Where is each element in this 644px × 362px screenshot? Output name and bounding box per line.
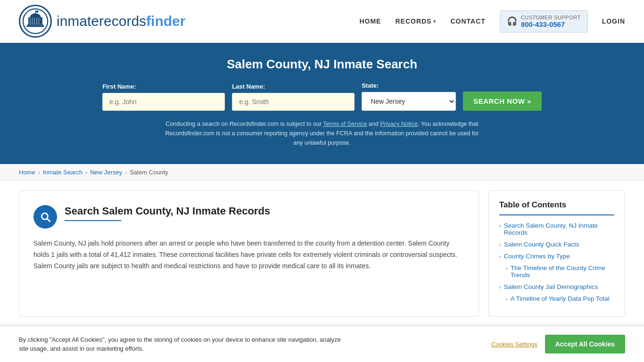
search-form: First Name: Last Name: State: New Jersey… xyxy=(19,82,625,111)
hero-disclaimer: Conducting a search on Recordsfinder.com… xyxy=(162,119,482,148)
search-icon xyxy=(39,211,51,223)
toc-label-5: A Timeline of Yearly Data Pop Total xyxy=(511,295,610,302)
toc-chevron-2: › xyxy=(499,254,501,259)
breadcrumb-sep-2: › xyxy=(85,169,87,176)
toc-chevron-5: › xyxy=(506,296,508,302)
toc-divider xyxy=(499,214,614,215)
nav-login[interactable]: LOGIN xyxy=(602,17,625,25)
privacy-notice-link[interactable]: Privacy Notice xyxy=(380,121,418,127)
toc-item-4[interactable]: › Salem County Jail Demographics xyxy=(499,283,614,290)
toc-chevron-0: › xyxy=(499,223,501,229)
breadcrumb-county: Salem County xyxy=(130,169,168,176)
nav-records-group[interactable]: RECORDS ▾ xyxy=(395,17,436,25)
site-header: inmaterecordsfinder HOME RECORDS ▾ CONTA… xyxy=(0,0,644,43)
toc-item-1[interactable]: › Salem County Quick Facts xyxy=(499,241,614,248)
breadcrumb-home[interactable]: Home xyxy=(19,169,35,176)
breadcrumb: Home › Inmate Search › New Jersey › Sale… xyxy=(0,164,644,181)
toc-label-4: Salem County Jail Demographics xyxy=(504,283,598,290)
content-title: Search Salem County, NJ Inmate Records xyxy=(65,205,270,217)
logo-text: inmaterecordsfinder xyxy=(57,13,185,29)
sidebar: Table of Contents › Search Salem County,… xyxy=(488,190,625,317)
terms-of-service-link[interactable]: Terms of Service xyxy=(323,121,367,127)
main-wrapper: Search Salem County, NJ Inmate Records S… xyxy=(0,190,644,317)
first-name-input[interactable] xyxy=(102,93,225,111)
toc-label-0: Search Salem County, NJ Inmate Records xyxy=(504,222,614,236)
nav-home[interactable]: HOME xyxy=(359,17,381,25)
svg-rect-6 xyxy=(34,18,35,25)
content-title-underline xyxy=(65,220,121,221)
toc-item-5[interactable]: › A Timeline of Yearly Data Pop Total xyxy=(499,295,614,302)
records-chevron-icon: ▾ xyxy=(433,18,436,25)
toc-item-3[interactable]: › The Timeline of the County Crime Trend… xyxy=(499,264,614,279)
svg-rect-12 xyxy=(36,11,39,13)
svg-rect-10 xyxy=(26,25,44,27)
toc-item-0[interactable]: › Search Salem County, NJ Inmate Records xyxy=(499,222,614,236)
support-phone[interactable]: 800-433-0567 xyxy=(521,20,581,28)
breadcrumb-state[interactable]: New Jersey xyxy=(90,169,122,176)
svg-rect-9 xyxy=(27,25,43,26)
toc-title: Table of Contents xyxy=(499,200,614,210)
last-name-label: Last Name: xyxy=(232,83,265,90)
breadcrumb-sep-1: › xyxy=(38,169,40,176)
headphone-icon: 🎧 xyxy=(507,16,517,26)
breadcrumb-inmate-search[interactable]: Inmate Search xyxy=(43,169,83,176)
toc-label-2: County Crimes by Type xyxy=(504,253,570,260)
first-name-label: First Name: xyxy=(102,83,136,90)
content-body: Salem County, NJ jails hold prisoners af… xyxy=(33,238,464,272)
svg-rect-7 xyxy=(36,18,37,25)
logo-icon xyxy=(19,5,52,38)
toc-chevron-3: › xyxy=(506,265,508,271)
cookie-banner: By clicking "Accept All Cookies", you ag… xyxy=(0,326,644,326)
last-name-group: Last Name: xyxy=(232,83,355,111)
search-now-button[interactable]: SEARCH NOW » xyxy=(463,91,542,111)
toc-item-2[interactable]: › County Crimes by Type xyxy=(499,253,614,260)
svg-rect-4 xyxy=(30,18,31,25)
logo-area: inmaterecordsfinder xyxy=(19,5,185,38)
support-label: CUSTOMER SUPPORT xyxy=(521,15,581,20)
svg-rect-11 xyxy=(35,11,36,14)
support-info: CUSTOMER SUPPORT 800-433-0567 xyxy=(521,15,581,28)
last-name-input[interactable] xyxy=(232,93,355,111)
first-name-group: First Name: xyxy=(102,83,225,111)
svg-rect-8 xyxy=(39,18,40,25)
toc-label-3: The Timeline of the County Crime Trends xyxy=(511,264,614,279)
svg-rect-2 xyxy=(30,16,41,17)
content-title-group: Search Salem County, NJ Inmate Records xyxy=(65,205,270,221)
nav-records[interactable]: RECORDS xyxy=(395,17,431,25)
nav-contact[interactable]: CONTACT xyxy=(450,17,485,25)
hero-section: Salem County, NJ Inmate Search First Nam… xyxy=(0,43,644,164)
customer-support-box: 🎧 CUSTOMER SUPPORT 800-433-0567 xyxy=(500,10,588,33)
logo-regular: inmaterecords xyxy=(57,13,146,29)
svg-rect-5 xyxy=(32,18,33,25)
toc-chevron-1: › xyxy=(499,242,501,247)
toc-box: Table of Contents › Search Salem County,… xyxy=(488,190,625,317)
content-header: Search Salem County, NJ Inmate Records xyxy=(33,205,464,229)
state-select[interactable]: New Jersey Alabama Alaska Arizona Califo… xyxy=(362,92,456,111)
state-label: State: xyxy=(362,82,379,89)
toc-chevron-4: › xyxy=(499,284,501,290)
hero-title: Salem County, NJ Inmate Search xyxy=(19,57,625,72)
main-nav: HOME RECORDS ▾ CONTACT 🎧 CUSTOMER SUPPOR… xyxy=(359,10,625,33)
state-group: State: New Jersey Alabama Alaska Arizona… xyxy=(362,82,456,111)
breadcrumb-sep-3: › xyxy=(125,169,127,176)
toc-label-1: Salem County Quick Facts xyxy=(504,241,579,248)
content-area: Search Salem County, NJ Inmate Records S… xyxy=(19,190,479,317)
search-icon-circle xyxy=(33,205,57,229)
logo-bold: finder xyxy=(146,13,185,29)
